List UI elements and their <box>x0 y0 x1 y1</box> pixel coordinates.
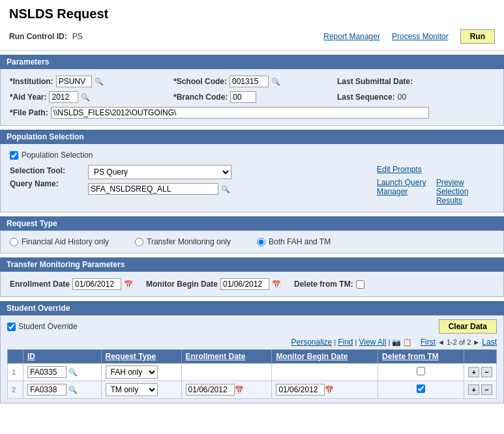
find-link[interactable]: Find <box>338 338 353 347</box>
row-enrollment-date-calendar-icon[interactable]: 📅 <box>235 386 244 394</box>
delete-from-tm-field: Delete from TM: <box>294 280 364 289</box>
tm-row: Enrollment Date 📅 Monitor Begin Date 📅 D… <box>10 278 494 290</box>
query-name-label: Query Name: <box>10 179 88 188</box>
last-sequence-value: 00 <box>398 93 406 102</box>
row-monitor-begin-date-input[interactable] <box>276 384 325 396</box>
process-monitor-link[interactable]: Process Monitor <box>392 32 449 41</box>
row-request-type-select[interactable]: FAH only TM only Both <box>106 383 158 396</box>
row-id-search-icon[interactable]: 🔍 <box>68 386 78 394</box>
first-link[interactable]: First <box>421 338 436 347</box>
enrollment-date-field: Enrollment Date 📅 <box>10 278 133 290</box>
transfer-monitoring-section: Transfer Monitoring Parameters Enrollmen… <box>0 257 504 297</box>
col-id-link[interactable]: ID <box>27 352 35 361</box>
parameters-section: Parameters *Institution: 🔍 *School Code:… <box>0 55 504 126</box>
file-path-row: *File Path: <box>10 107 494 119</box>
transfer-monitoring-header: Transfer Monitoring Parameters <box>0 257 504 272</box>
col-monitor-begin-date: Monitor Begin Date <box>272 350 378 364</box>
monitor-begin-date-label: Monitor Begin Date <box>146 280 218 289</box>
delete-from-tm-label: Delete from TM: <box>294 280 353 289</box>
aid-year-label: *Aid Year: <box>10 93 46 102</box>
launch-query-manager-link[interactable]: Launch Query Manager <box>377 178 430 205</box>
file-path-input[interactable] <box>51 107 429 119</box>
row-enrollment-date-input[interactable] <box>186 384 235 396</box>
col-id: ID <box>23 350 102 364</box>
aid-year-field: *Aid Year: 🔍 <box>10 91 167 103</box>
request-type-body: Financial Aid History only Transfer Moni… <box>0 231 504 253</box>
query-name-input[interactable] <box>88 183 218 195</box>
radio-fah-only-input[interactable] <box>10 238 18 246</box>
query-name-field: 🔍 <box>88 183 364 195</box>
delete-row-button[interactable]: − <box>481 384 492 395</box>
radio-tm-only-input[interactable] <box>135 238 143 246</box>
delete-row-button[interactable]: − <box>481 367 492 377</box>
parameters-header: Parameters <box>0 55 504 69</box>
row-id-input[interactable] <box>27 384 67 396</box>
selection-tool-field: PS Query <box>88 165 364 179</box>
row-id-input[interactable] <box>27 366 67 378</box>
aid-year-input[interactable] <box>49 91 78 103</box>
student-override-checkbox-label: Student Override <box>18 322 78 331</box>
enrollment-date-input[interactable] <box>72 278 121 290</box>
row-num: 1 <box>8 364 23 381</box>
row-delete-from-tm-checkbox[interactable] <box>417 367 425 375</box>
row-request-type-select[interactable]: FAH only TM only Both <box>106 366 158 379</box>
table-row: 2 🔍 FAH only TM only Both 📅 📅 <box>8 381 497 399</box>
edit-prompts-link[interactable]: Edit Prompts <box>377 165 494 174</box>
monitor-begin-date-calendar-icon[interactable]: 📅 <box>272 280 281 289</box>
col-request-type-link[interactable]: Request Type <box>106 352 156 361</box>
col-delete-from-tm-link[interactable]: Delete from TM <box>382 352 439 361</box>
institution-search-icon[interactable]: 🔍 <box>95 78 104 86</box>
personalize-bar: Personalize | Find | View All | 📷 📋 Firs… <box>7 338 497 347</box>
student-override-checkbox[interactable] <box>7 323 16 331</box>
branch-code-input[interactable] <box>230 91 256 103</box>
population-selection-checkbox[interactable] <box>10 151 18 160</box>
row-request-type: FAH only TM only Both <box>101 381 181 399</box>
radio-fah-only: Financial Aid History only <box>10 237 109 246</box>
run-control-label: Run Control ID: <box>9 32 67 41</box>
add-row-button[interactable]: + <box>468 367 479 377</box>
row-monitor-begin-date-calendar-icon[interactable]: 📅 <box>325 386 334 394</box>
preview-selection-results-link[interactable]: Preview Selection Results <box>436 178 494 205</box>
view-all-link[interactable]: View All <box>359 338 387 347</box>
run-button[interactable]: Run <box>460 29 495 44</box>
school-code-input[interactable] <box>230 76 269 87</box>
school-code-search-icon[interactable]: 🔍 <box>271 78 280 86</box>
institution-input[interactable] <box>56 76 92 87</box>
delete-from-tm-checkbox[interactable] <box>356 280 364 289</box>
last-link[interactable]: Last <box>482 338 497 347</box>
page-container: NSLDS Request Run Control ID: PS Report … <box>0 0 504 434</box>
radio-both-input[interactable] <box>257 238 265 246</box>
last-submittal-label: Last Submittal Date: <box>337 77 413 86</box>
row-action-buttons: + − <box>464 364 497 381</box>
enrollment-date-label: Enrollment Date <box>10 280 70 289</box>
run-control-bar: Run Control ID: PS Report Manager Proces… <box>0 25 504 51</box>
selection-tool-select[interactable]: PS Query <box>88 165 231 179</box>
file-path-label: *File Path: <box>10 108 48 117</box>
col-enrollment-date-link[interactable]: Enrollment Date <box>186 352 246 361</box>
params-grid: *Institution: 🔍 *School Code: 🔍 Last Sub… <box>10 76 494 103</box>
query-search-icon[interactable]: 🔍 <box>221 185 230 194</box>
school-code-field: *School Code: 🔍 <box>173 76 331 87</box>
request-type-section: Request Type Financial Aid History only … <box>0 216 504 253</box>
row-monitor-begin-date <box>272 364 378 381</box>
report-manager-link[interactable]: Report Manager <box>323 32 380 41</box>
row-enrollment-date <box>181 364 272 381</box>
table-row: 1 🔍 FAH only TM only Both <box>8 364 497 381</box>
row-delete-from-tm-checkbox[interactable] <box>417 384 425 393</box>
population-selection-checkbox-row: Population Selection <box>10 151 494 160</box>
clear-data-button[interactable]: Clear Data <box>439 319 497 334</box>
table-header-row: ID Request Type Enrollment Date Monitor … <box>8 350 497 364</box>
selection-tool-label: Selection Tool: <box>10 166 88 175</box>
add-row-button[interactable]: + <box>468 384 479 395</box>
col-monitor-begin-date-link[interactable]: Monitor Begin Date <box>276 352 348 361</box>
monitor-begin-date-input[interactable] <box>220 278 269 290</box>
student-override-section: Student Override Student Override Clear … <box>0 301 504 403</box>
row-id-search-icon[interactable]: 🔍 <box>68 368 78 376</box>
aid-year-search-icon[interactable]: 🔍 <box>81 93 90 102</box>
row-id: 🔍 <box>23 364 102 381</box>
row-delete-from-tm <box>378 381 464 399</box>
enrollment-date-calendar-icon[interactable]: 📅 <box>124 280 133 289</box>
row-delete-from-tm <box>378 364 464 381</box>
personalize-link[interactable]: Personalize <box>291 338 333 347</box>
radio-both: Both FAH and TM <box>257 237 331 246</box>
